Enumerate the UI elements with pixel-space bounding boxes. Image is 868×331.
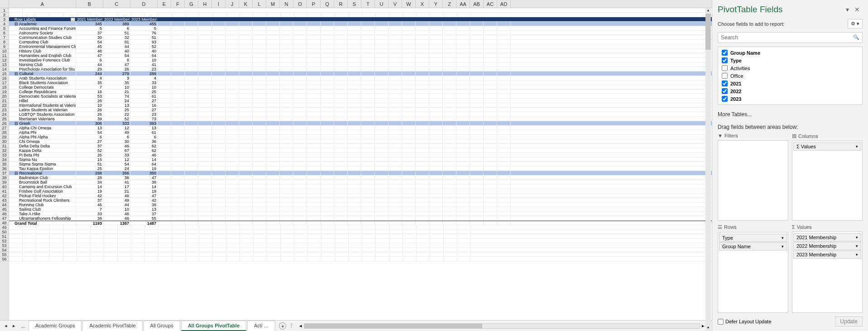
horizontal-scrollbar[interactable]: ◂ ▸ (297, 323, 706, 329)
row-36[interactable]: 36 (0, 166, 9, 171)
row-17[interactable]: 17 (0, 80, 9, 85)
col-W[interactable]: W (402, 0, 416, 8)
row-34[interactable]: 34 (0, 157, 9, 162)
row-25[interactable]: 25 (0, 117, 9, 121)
col-AB[interactable]: AB (470, 0, 484, 8)
row-15[interactable]: 15 (0, 71, 9, 76)
col-J[interactable]: J (225, 0, 239, 8)
area-field-item[interactable]: Σ Values▾ (793, 142, 861, 151)
row-43[interactable]: 43 (0, 198, 9, 203)
sheet-tab[interactable]: Academic Groups (29, 321, 82, 331)
row-45[interactable]: 45 (0, 207, 9, 212)
row-41[interactable]: 41 (0, 189, 9, 194)
col-L[interactable]: L (253, 0, 266, 8)
row-10[interactable]: 10 (0, 49, 9, 53)
row-5[interactable]: 5 (0, 26, 9, 31)
rowlabels-dropdown-icon[interactable]: ▾ (71, 18, 75, 21)
hscroll-thumb[interactable] (304, 324, 482, 328)
row-39[interactable]: 39 (0, 180, 9, 184)
area-field-item[interactable]: 2023 Membership▾ (793, 251, 861, 259)
row-1[interactable]: 1 (0, 8, 9, 13)
row-54[interactable]: 54 (0, 248, 9, 252)
row-24[interactable]: 24 (0, 112, 9, 117)
area-field-item[interactable]: 2021 Membership▾ (793, 233, 861, 241)
col-P[interactable]: P (307, 0, 321, 8)
row-23[interactable]: 23 (0, 108, 9, 112)
row-29[interactable]: 29 (0, 135, 9, 139)
chevron-down-icon[interactable]: ▾ (856, 235, 858, 240)
rows-dropzone[interactable]: Type▾Group Name▾ (718, 232, 788, 313)
more-tables-link[interactable]: More Tables... (718, 109, 863, 120)
col-AA[interactable]: AA (456, 0, 470, 8)
chevron-down-icon[interactable]: ▾ (856, 252, 858, 257)
pane-dropdown-icon[interactable]: ▾ (843, 6, 852, 13)
col-AD[interactable]: AD (497, 0, 511, 8)
field-search[interactable]: 🔍 (718, 32, 863, 43)
row-42[interactable]: 42 (0, 194, 9, 198)
field-item[interactable]: 2022 (718, 87, 862, 95)
col-C[interactable]: C (103, 0, 130, 8)
field-item[interactable]: Office (718, 72, 862, 80)
row-26[interactable]: 26 (0, 121, 9, 126)
scroll-down-icon[interactable]: ▾ (705, 326, 711, 331)
row-18[interactable]: 18 (0, 85, 9, 90)
row-4[interactable]: 4 (0, 22, 9, 26)
row-47[interactable]: 47 (0, 216, 9, 221)
field-item[interactable]: Group Name (718, 49, 862, 57)
row-2[interactable]: 2 (0, 13, 9, 17)
defer-update-checkbox[interactable]: Defer Layout Update (718, 319, 772, 325)
columns-dropzone[interactable]: Σ Values▾ (792, 141, 863, 221)
add-sheet-icon[interactable]: ＋ (279, 322, 286, 330)
col-M[interactable]: M (266, 0, 280, 8)
row-9[interactable]: 9 (0, 44, 9, 49)
col-R[interactable]: R (334, 0, 348, 8)
col-A[interactable]: A (9, 0, 76, 8)
row-22[interactable]: 22 (0, 103, 9, 108)
row-51[interactable]: 51 (0, 234, 9, 239)
col-Z[interactable]: Z (443, 0, 456, 8)
row-46[interactable]: 46 (0, 212, 9, 216)
col-V[interactable]: V (388, 0, 402, 8)
row-32[interactable]: 32 (0, 148, 9, 153)
tab-prev-icon[interactable]: ◂ (2, 323, 10, 329)
col-D[interactable]: D (130, 0, 158, 8)
row-16[interactable]: 16 (0, 76, 9, 80)
hscroll-left-icon[interactable]: ◂ (297, 323, 304, 329)
field-item[interactable]: 2021 (718, 80, 862, 87)
col-S[interactable]: S (348, 0, 361, 8)
row-7[interactable]: 7 (0, 35, 9, 40)
col-Q[interactable]: Q (321, 0, 334, 8)
row-8[interactable]: 8 (0, 40, 9, 44)
row-52[interactable]: 52 (0, 239, 9, 243)
col-F[interactable]: F (171, 0, 185, 8)
row-30[interactable]: 30 (0, 139, 9, 144)
row-12[interactable]: 12 (0, 58, 9, 62)
row-21[interactable]: 21 (0, 99, 9, 103)
values-dropzone[interactable]: 2021 Membership▾2022 Membership▾2023 Mem… (792, 232, 863, 313)
col-Y[interactable]: Y (429, 0, 443, 8)
col-E[interactable]: E (158, 0, 171, 8)
row-31[interactable]: 31 (0, 144, 9, 148)
sheet-tab[interactable]: Acti … (247, 321, 275, 331)
col-G[interactable]: G (185, 0, 198, 8)
row-40[interactable]: 40 (0, 184, 9, 189)
field-item[interactable]: 2023 (718, 95, 862, 103)
row-55[interactable]: 55 (0, 252, 9, 257)
col-X[interactable]: X (416, 0, 429, 8)
sheet-tab[interactable]: All Groups PivotTable (181, 321, 246, 331)
field-item[interactable]: Type (718, 57, 862, 64)
filters-dropzone[interactable] (718, 140, 788, 221)
col-I[interactable]: I (212, 0, 225, 8)
vscroll-thumb[interactable] (705, 14, 711, 50)
row-20[interactable]: 20 (0, 94, 9, 99)
row-27[interactable]: 27 (0, 126, 9, 130)
search-input[interactable] (718, 33, 850, 43)
row-37[interactable]: 37 (0, 171, 9, 175)
sheet-tab[interactable]: All Groups (144, 321, 180, 331)
update-button[interactable]: Update (835, 317, 863, 326)
row-44[interactable]: 44 (0, 203, 9, 207)
col-O[interactable]: O (293, 0, 307, 8)
area-field-item[interactable]: Type▾ (719, 234, 787, 242)
sheet-tab[interactable]: Academic PivotTable (82, 321, 142, 331)
tab-ellipsis[interactable]: … (18, 323, 29, 329)
